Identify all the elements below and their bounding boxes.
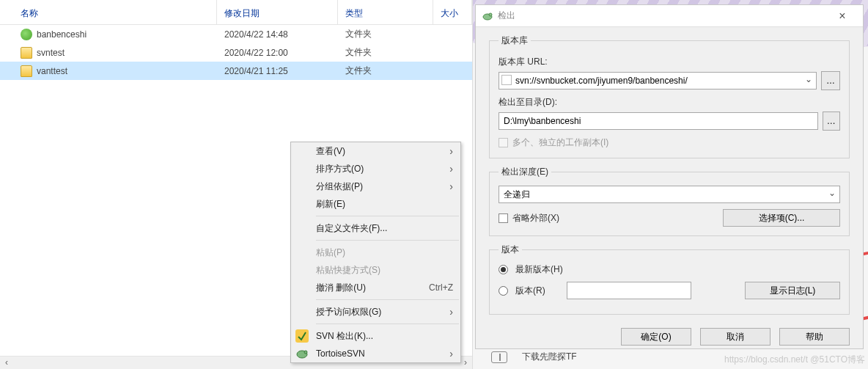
ok-button[interactable]: 确定(O) <box>621 328 691 346</box>
dialog-title: 检出 <box>498 10 828 22</box>
ctx-separator <box>316 240 459 241</box>
svn-checkout-icon <box>295 329 309 343</box>
ctx-undo[interactable]: 撤消 删除(U)Ctrl+Z <box>291 279 460 296</box>
repo-browse-button[interactable]: … <box>821 71 840 90</box>
close-icon[interactable]: × <box>828 10 857 23</box>
rev-head-radio[interactable] <box>499 265 508 274</box>
rev-head-label: 最新版本(H) <box>515 263 563 276</box>
file-list: banbenceshi 2020/4/22 14:48 文件夹 svntest … <box>0 25 472 80</box>
ctx-customize[interactable]: 自定义文件夹(F)... <box>291 219 460 237</box>
ctx-separator <box>316 299 459 300</box>
multi-wc-label: 多个、独立的工作副本(I) <box>512 136 608 149</box>
depth-group: 检出深度(E) 全递归 省略外部(X) 选择项(C)... <box>489 166 850 236</box>
rev-specific-label: 版本(R) <box>515 285 559 297</box>
ctx-view[interactable]: 查看(V) <box>291 142 460 160</box>
show-log-button[interactable]: 显示日志(L) <box>745 282 840 299</box>
cancel-button[interactable]: 取消 <box>700 328 770 346</box>
target-browse-button[interactable]: … <box>823 112 840 131</box>
folder-icon <box>21 65 32 77</box>
watermark-text: https://blog.csdn.net/t @51CTO博客 <box>724 354 865 366</box>
item-date: 2020/4/21 11:25 <box>217 66 338 76</box>
target-dir-label: 检出至目录(D): <box>499 96 840 109</box>
rev-number-input[interactable] <box>567 282 691 299</box>
item-date: 2020/4/22 12:00 <box>217 48 338 58</box>
depth-select[interactable]: 全递归 <box>499 186 840 203</box>
tortoise-icon <box>295 347 309 360</box>
revision-group-label: 版本 <box>499 244 522 256</box>
multi-wc-checkbox <box>499 138 508 147</box>
column-header-name[interactable]: 名称 <box>0 0 217 24</box>
under-dialog-text: 下载先陛探TF <box>491 351 577 363</box>
checkout-dialog: 检出 × 版本库 版本库 URL: … 检出至目录(D): … 多个、独立的工作… <box>475 4 864 349</box>
file-row[interactable]: svntest 2020/4/22 12:00 文件夹 <box>0 43 472 62</box>
ctx-paste-shortcut: 粘贴快捷方式(S) <box>291 261 460 279</box>
rev-specific-radio[interactable] <box>499 286 508 296</box>
column-header-type[interactable]: 类型 <box>338 0 433 24</box>
dialog-app-icon <box>482 10 493 22</box>
item-name: vanttest <box>37 66 67 76</box>
item-date: 2020/4/22 14:48 <box>217 29 338 40</box>
ctx-grant-access[interactable]: 授予访问权限(G) <box>291 303 460 321</box>
ctx-svn-checkout[interactable]: SVN 检出(K)... <box>291 327 460 345</box>
ctx-paste: 粘贴(P) <box>291 244 460 261</box>
choose-items-button[interactable]: 选择项(C)... <box>723 209 840 227</box>
item-type: 文件夹 <box>338 46 433 59</box>
ctx-sort[interactable]: 排序方式(O) <box>291 160 460 178</box>
omit-externals-checkbox[interactable] <box>499 213 508 223</box>
repo-group-label: 版本库 <box>499 34 531 47</box>
column-header-size[interactable]: 大小 <box>433 0 472 24</box>
depth-group-label: 检出深度(E) <box>499 166 551 178</box>
repo-group: 版本库 版本库 URL: … 检出至目录(D): … 多个、独立的工作副本(I) <box>489 34 850 158</box>
item-type: 文件夹 <box>338 28 433 40</box>
svg-point-1 <box>304 351 307 354</box>
ctx-tortoisesvn[interactable]: TortoiseSVN <box>291 345 460 362</box>
ctx-undo-shortcut: Ctrl+Z <box>429 282 453 293</box>
ctx-separator <box>316 216 459 216</box>
column-header-date[interactable]: 修改日期 <box>217 0 338 24</box>
file-row[interactable]: vanttest 2020/4/21 11:25 文件夹 <box>0 62 472 80</box>
item-name: svntest <box>37 48 65 58</box>
under-dialog-label: 下载先陛探TF <box>522 351 577 363</box>
scroll-left-icon[interactable]: ‹ <box>0 357 13 369</box>
column-headers: 名称 修改日期 类型 大小 <box>0 0 472 25</box>
repo-url-combo[interactable] <box>499 72 817 89</box>
panel-icon <box>491 351 507 363</box>
omit-externals-label: 省略外部(X) <box>512 212 559 224</box>
help-button[interactable]: 帮助 <box>779 328 850 346</box>
repo-icon <box>501 75 512 85</box>
svg-point-3 <box>489 13 492 16</box>
item-icon <box>21 29 32 40</box>
file-row[interactable]: banbenceshi 2020/4/22 14:48 文件夹 <box>0 25 472 43</box>
ctx-group[interactable]: 分组依据(P) <box>291 178 460 195</box>
item-name: banbenceshi <box>37 29 87 40</box>
revision-group: 版本 最新版本(H) 版本(R) 显示日志(L) <box>489 244 850 315</box>
folder-icon <box>21 47 32 59</box>
repo-url-label: 版本库 URL: <box>499 56 840 68</box>
ctx-refresh[interactable]: 刷新(E) <box>291 195 460 213</box>
item-type: 文件夹 <box>338 65 433 77</box>
context-menu: 查看(V) 排序方式(O) 分组依据(P) 刷新(E) 自定义文件夹(F)...… <box>290 142 461 363</box>
target-dir-input[interactable] <box>499 112 818 130</box>
ctx-separator <box>316 324 459 324</box>
dialog-titlebar[interactable]: 检出 × <box>476 5 863 27</box>
